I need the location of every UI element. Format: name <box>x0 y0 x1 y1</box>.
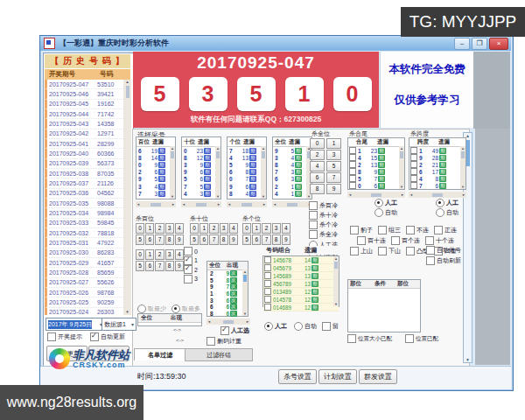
digit-button[interactable]: 9 <box>175 261 184 271</box>
digit-checkbox[interactable]: 2 <box>184 265 198 275</box>
digit-button[interactable]: 8 <box>165 261 174 271</box>
checkbox[interactable] <box>264 288 271 295</box>
digit-button[interactable]: 2 <box>262 223 270 234</box>
date-dropdown[interactable]: 2017年 9月25日 <box>46 318 105 331</box>
digit-button[interactable]: 9 <box>175 234 184 245</box>
checkbox[interactable] <box>378 247 387 256</box>
checkbox[interactable] <box>309 211 318 220</box>
checkbox[interactable] <box>309 201 318 210</box>
history-scrollbar[interactable]: ▲▼ <box>123 80 131 315</box>
sumtail-auto-radio[interactable]: 自动 <box>374 208 397 217</box>
history-row[interactable]: 20170925-03147922 <box>45 238 123 248</box>
minimize-button[interactable]: – <box>454 38 470 50</box>
history-row[interactable]: 20170925-03498984 <box>45 208 123 218</box>
span-auto-radio[interactable]: 自动 <box>436 208 458 217</box>
digit-button[interactable]: 2 <box>209 223 218 234</box>
digit-button[interactable]: 0 <box>310 138 325 149</box>
tab-tolerance-filter[interactable]: 过滤容错 <box>185 348 253 361</box>
span-manual-radio[interactable]: 人工 <box>436 199 458 207</box>
history-row[interactable]: 20170925-02941657 <box>45 258 123 268</box>
digit-button[interactable]: 7 <box>262 234 270 245</box>
pos-size-matched-checkbox[interactable]: 位置大小已配 <box>347 334 392 343</box>
list-scrollbar[interactable]: ▲▼ <box>261 146 266 199</box>
history-row[interactable]: 20170925-03598088 <box>45 199 123 208</box>
digit-button[interactable]: 4 <box>175 223 184 234</box>
history-row[interactable]: 20170925-04471742 <box>45 109 123 119</box>
auto-update-checkbox[interactable]: 自动更新 <box>90 332 125 341</box>
checkbox[interactable] <box>410 147 417 154</box>
omission-row[interactable]: 89期 <box>348 168 404 175</box>
checkbox[interactable] <box>349 161 356 168</box>
checkbox[interactable] <box>349 182 356 189</box>
checkbox[interactable] <box>264 256 271 263</box>
combo-row[interactable]: 04567913期 <box>263 264 339 272</box>
stats-hscroll[interactable]: ◄► <box>206 318 250 325</box>
omission-row[interactable]: 48期 <box>410 175 466 182</box>
pos-matched-checkbox[interactable]: 位置已配 <box>405 334 438 343</box>
digit-button[interactable]: 4 <box>282 223 290 234</box>
history-row[interactable]: 20170925-02590259 <box>45 298 123 307</box>
omission-row[interactable]: 123期 <box>348 147 404 154</box>
kill-settings-button[interactable]: 杀号设置 <box>278 369 317 384</box>
combo-row[interactable]: 01348912期 <box>263 288 339 296</box>
digit-button[interactable]: 3 <box>326 150 341 160</box>
omission-row[interactable]: 928期 <box>410 154 466 161</box>
combo-row[interactable]: 45678913期 <box>263 280 339 288</box>
checkbox[interactable] <box>309 230 318 239</box>
digit-button[interactable]: 5 <box>242 234 251 245</box>
kill-cold-checkbox[interactable]: 杀十冷 <box>309 210 338 220</box>
checkbox[interactable] <box>184 256 192 265</box>
omission-row[interactable]: 415期 <box>348 154 404 161</box>
digit-button[interactable]: 7 <box>209 234 218 245</box>
history-row[interactable]: 20170925-04212971 <box>45 130 123 139</box>
close-button[interactable]: × <box>489 38 508 50</box>
digit-button[interactable]: 2 <box>155 223 164 234</box>
checkbox[interactable] <box>184 247 192 256</box>
kill-cold-checkbox[interactable]: 杀全冷 <box>309 229 338 239</box>
digit-button[interactable]: 3 <box>272 223 281 234</box>
history-row[interactable]: 20170925-04639421 <box>45 89 123 99</box>
digit-button[interactable]: 7 <box>155 234 164 245</box>
combo-row[interactable]: 01468912期 <box>263 304 339 312</box>
checkbox[interactable] <box>410 154 417 161</box>
combo-row[interactable]: 01457812期 <box>263 296 339 304</box>
digit-button[interactable]: 1 <box>326 138 341 149</box>
history-row[interactable]: 20170925-04314358 <box>45 119 123 129</box>
digit-button[interactable]: 5 <box>190 234 199 245</box>
omission-row[interactable]: 76期 <box>410 182 466 189</box>
checkbox[interactable] <box>410 182 417 189</box>
digit-button[interactable]: 5 <box>326 161 341 172</box>
shape-filter-checkbox[interactable]: 下山 <box>378 247 401 256</box>
omission-row[interactable]: 617期 <box>410 168 466 175</box>
checkbox[interactable] <box>264 272 271 279</box>
checkbox[interactable] <box>264 304 271 311</box>
combo-row[interactable]: 14567814期 <box>263 256 339 264</box>
checkbox[interactable] <box>410 161 417 168</box>
checkbox[interactable] <box>349 168 356 175</box>
checkbox[interactable] <box>184 275 192 284</box>
digit-button[interactable]: 7 <box>155 261 164 271</box>
keep-checkbox[interactable]: 留 <box>322 322 339 331</box>
history-row[interactable]: 20170925-02885659 <box>45 268 123 277</box>
checkbox[interactable] <box>410 175 417 182</box>
digit-button[interactable]: 1 <box>200 223 208 234</box>
digit-button[interactable]: 3 <box>165 223 174 234</box>
checkbox[interactable] <box>309 220 318 229</box>
checkbox[interactable] <box>410 168 417 175</box>
list-scrollbar[interactable]: ▲▼ <box>399 146 404 189</box>
draw-tip-checkbox[interactable]: 开奖提示 <box>47 332 82 341</box>
digit-button[interactable]: 5 <box>136 261 144 271</box>
checkbox[interactable] <box>350 247 359 256</box>
digit-button[interactable]: 0 <box>190 223 199 234</box>
auto-make-checkbox[interactable]: 自动做号 <box>426 246 461 255</box>
list-hscroll[interactable]: ◄► <box>227 201 267 207</box>
digit-button[interactable]: 7 <box>326 172 341 183</box>
combo-row[interactable]: 14568913期 <box>263 272 339 280</box>
checkbox[interactable] <box>184 265 192 274</box>
checkbox[interactable] <box>264 264 271 271</box>
omission-row[interactable]: 149期 <box>410 147 466 154</box>
digit-button[interactable]: 2 <box>310 150 325 160</box>
list-hscroll[interactable]: ◄► <box>136 201 176 207</box>
combo-manual-radio[interactable]: 人工 <box>264 322 287 331</box>
checkbox[interactable] <box>349 175 356 182</box>
